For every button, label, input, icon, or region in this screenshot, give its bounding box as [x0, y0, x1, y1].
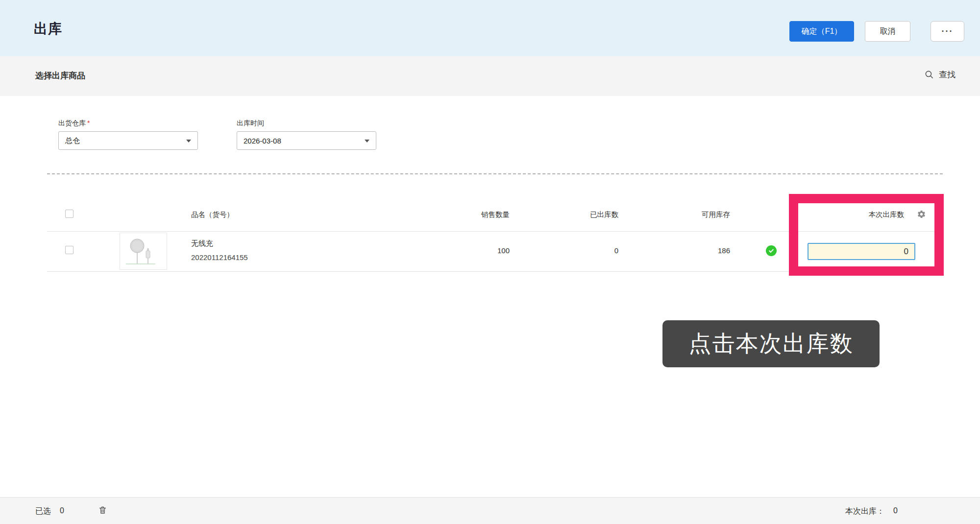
available-stock-value: 186 — [718, 246, 730, 255]
date-select[interactable]: 2026-03-08 — [237, 131, 376, 150]
column-available-stock: 可用库存 — [702, 210, 730, 219]
search-button[interactable]: 查找 — [925, 69, 956, 80]
trash-icon[interactable] — [98, 505, 108, 515]
product-name: 无线充 — [191, 239, 213, 248]
warehouse-select[interactable]: 总仓 — [58, 131, 198, 150]
table-row-divider — [47, 271, 943, 272]
warehouse-label-text: 出货仓库 — [58, 119, 86, 127]
warehouse-label: 出货仓库* — [58, 119, 90, 128]
chevron-down-icon — [365, 140, 369, 143]
search-icon — [925, 70, 934, 79]
select-all-checkbox[interactable] — [65, 210, 74, 218]
outbound-page: 出库 确定（F1） 取消 ··· 选择出库商品 查找 出货仓库* 总仓 出库时间… — [0, 0, 980, 524]
column-outbound-qty: 本次出库数 — [869, 210, 905, 219]
date-label: 出库时间 — [237, 119, 264, 128]
chevron-down-icon — [186, 140, 191, 143]
warehouse-value: 总仓 — [65, 136, 80, 145]
page-title: 出库 — [34, 20, 62, 38]
sub-header: 选择出库商品 查找 — [0, 56, 980, 96]
selected-count: 0 — [60, 506, 64, 515]
search-label: 查找 — [939, 69, 956, 80]
selected-label: 已选 — [35, 506, 51, 517]
outbound-total-label: 本次出库： — [845, 506, 884, 517]
product-image — [120, 233, 167, 270]
top-header: 出库 确定（F1） 取消 ··· — [0, 0, 980, 56]
row-checkbox[interactable] — [65, 246, 74, 254]
date-value: 2026-03-08 — [244, 137, 281, 145]
column-shipped-qty: 已出库数 — [590, 210, 618, 219]
cancel-button[interactable]: 取消 — [865, 21, 910, 42]
outbound-total: 本次出库： 0 — [845, 506, 898, 517]
outbound-qty-input[interactable] — [808, 243, 915, 260]
section-title: 选择出库商品 — [35, 70, 85, 81]
sales-qty-value: 100 — [497, 246, 510, 255]
required-asterisk: * — [87, 119, 90, 127]
confirm-button[interactable]: 确定（F1） — [789, 21, 854, 42]
gear-icon[interactable] — [917, 210, 926, 219]
tooltip-annotation: 点击本次出库数 — [662, 320, 880, 367]
product-sku: 20220112164155 — [191, 253, 248, 262]
dashed-divider — [47, 173, 943, 174]
stock-ok-check-icon — [766, 245, 777, 256]
table-header-divider — [47, 231, 943, 232]
outbound-total-value: 0 — [893, 506, 898, 517]
footer-bar: 已选 0 本次出库： 0 — [0, 497, 980, 524]
more-actions-button[interactable]: ··· — [931, 21, 964, 42]
highlight-annotation-box — [789, 194, 944, 276]
shipped-qty-value: 0 — [614, 246, 618, 255]
column-sales-qty: 销售数量 — [481, 210, 510, 219]
column-name: 品名（货号） — [191, 210, 234, 219]
